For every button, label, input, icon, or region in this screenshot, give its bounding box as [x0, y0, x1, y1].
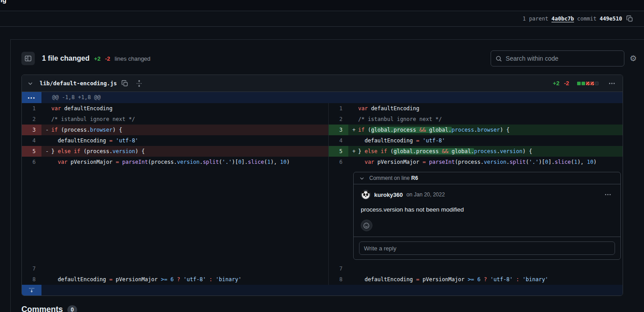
commit-meta-bar: 1 parent 4a0bc7b commit 449e510 [0, 11, 644, 27]
comment-text: process.version has not been modified [361, 206, 613, 213]
parent-label: 1 parent [523, 16, 549, 22]
comment-reply-row [354, 237, 620, 259]
diff-sign: + [348, 125, 358, 135]
comments-title: Comments [21, 305, 63, 312]
collapse-file-chevron-icon[interactable] [27, 80, 33, 87]
diff-row: 3-if (process.browser) {3+if (global.pro… [22, 125, 623, 135]
line-number[interactable]: 1 [329, 103, 348, 114]
line-number[interactable]: 3 [329, 125, 348, 135]
line-number[interactable]: 1 [22, 103, 41, 114]
code-line: var pVersionMajor = parseInt(process.ver… [358, 157, 623, 167]
comment-options-kebab-icon[interactable] [603, 191, 613, 198]
add-reaction-button[interactable] [361, 220, 372, 231]
diffstat-squares [577, 82, 599, 85]
diff-cell-right: 6 var pVersionMajor = parseInt(process.v… [328, 157, 623, 167]
diff-cell-left: 4 defaultEncoding = 'utf-8' [22, 135, 328, 146]
comment-right-pane: Comment on line R6 kuroky360 on Jan 20, … [328, 167, 623, 263]
top-bar: ng [0, 0, 644, 11]
code-line: var pVersionMajor = parseInt(process.ver… [51, 157, 328, 167]
code-line [358, 263, 623, 274]
copy-file-path-icon[interactable] [121, 80, 128, 87]
diff-rows: •••@@ -1,8 +1,8 @@1var defaultEncoding1v… [22, 92, 623, 295]
diff-sign [348, 157, 358, 167]
line-number[interactable]: 7 [22, 263, 41, 274]
file-tree-toggle-button[interactable] [21, 52, 35, 65]
file-diff-card: lib/default-encoding.js +2 -2 [21, 75, 623, 296]
diff-cell-left: 2/* istanbul ignore next */ [22, 114, 328, 125]
comment-author[interactable]: kuroky360 [374, 191, 403, 198]
drag-handle-icon[interactable] [136, 80, 143, 87]
line-number[interactable]: 7 [329, 263, 348, 274]
inline-comment-widget: Comment on line R6 kuroky360 on Jan 20, … [353, 172, 621, 260]
comment-body: kuroky360 on Jan 20, 2022 process.versio… [354, 184, 620, 237]
diff-cell-right: 7 [328, 263, 623, 274]
code-line: if (process.browser) { [51, 125, 328, 135]
spacer [0, 27, 644, 39]
line-number[interactable]: 2 [329, 114, 348, 125]
lines-changed-label: lines changed [115, 55, 150, 62]
deletions-count: -2 [105, 55, 111, 62]
diff-cell-right: 5+} else if (global.process && global.pr… [328, 146, 623, 157]
expand-down-icon [28, 287, 35, 294]
file-additions: +2 [553, 80, 560, 87]
diff-row: 77 [22, 263, 623, 274]
diff-toolbar: 1 file changed +2 -2 lines changed ⚙ [21, 50, 637, 67]
copy-commit-sha-icon[interactable] [626, 15, 633, 22]
line-number[interactable]: 5 [329, 146, 348, 157]
code-line: /* istanbul ignore next */ [358, 114, 623, 125]
additions-count: +2 [94, 55, 101, 62]
diff-row: 5-} else if (process.version) {5+} else … [22, 146, 623, 157]
diff-sign: - [41, 146, 51, 157]
panel-collapse-icon [25, 55, 32, 62]
search-input[interactable] [506, 55, 619, 62]
line-number[interactable]: 4 [22, 135, 41, 146]
code-line [51, 263, 328, 274]
gear-icon[interactable]: ⚙ [630, 54, 637, 62]
line-number[interactable]: 6 [329, 157, 348, 167]
diff-sign [41, 135, 51, 146]
diff-cell-right: 4 defaultEncoding = 'utf-8' [328, 135, 623, 146]
diff-cell-left: 1var defaultEncoding [22, 103, 328, 114]
file-path[interactable]: lib/default-encoding.js [40, 80, 117, 87]
file-options-kebab-icon[interactable] [607, 80, 617, 87]
diff-cell-left: 6 var pVersionMajor = parseInt(process.v… [22, 157, 328, 167]
code-line: if (global.process && global.process.bro… [358, 125, 623, 135]
diff-sign [41, 263, 51, 274]
files-changed-label: 1 file changed [42, 54, 90, 62]
partial-page-title: ng [0, 0, 6, 4]
diff-row: 6 var pVersionMajor = parseInt(process.v… [22, 157, 623, 167]
parent-sha-link[interactable]: 4a0bc7b [551, 16, 574, 22]
diff-row: 1var defaultEncoding1var defaultEncoding [22, 103, 623, 114]
diff-sign [41, 114, 51, 125]
diff-sign [41, 157, 51, 167]
reply-input[interactable] [359, 241, 615, 255]
line-number[interactable]: 4 [329, 135, 348, 146]
line-number[interactable]: 3 [22, 125, 41, 135]
diff-sign [348, 135, 358, 146]
line-number[interactable]: 8 [22, 274, 41, 285]
collapse-comment-chevron-icon[interactable] [359, 175, 365, 181]
diff-sign [41, 103, 51, 114]
expand-hunk-button[interactable]: ••• [22, 92, 41, 103]
smiley-icon [363, 222, 370, 229]
diff-cell-left: 7 [22, 263, 328, 274]
code-line: } else if (process.version) { [51, 146, 328, 157]
comment-widget-header: Comment on line R6 [354, 172, 620, 184]
comments-section-header: Comments 0 [21, 305, 637, 312]
code-line: var defaultEncoding [358, 103, 623, 114]
line-number[interactable]: 6 [22, 157, 41, 167]
file-deletions: -2 [564, 80, 569, 87]
line-number[interactable]: 8 [329, 274, 348, 285]
diff-sign [348, 263, 358, 274]
code-line: } else if (global.process && global.proc… [358, 146, 623, 157]
expand-down-button[interactable] [22, 285, 41, 295]
diff-sign: + [348, 146, 358, 157]
search-icon [495, 55, 502, 62]
avatar [361, 190, 371, 200]
expand-down-row [22, 285, 623, 295]
diff-cell-left: 8 defaultEncoding = pVersionMajor >= 6 ?… [22, 274, 328, 285]
diff-sign [348, 114, 358, 125]
commit-label: commit [577, 16, 596, 22]
line-number[interactable]: 2 [22, 114, 41, 125]
line-number[interactable]: 5 [22, 146, 41, 157]
